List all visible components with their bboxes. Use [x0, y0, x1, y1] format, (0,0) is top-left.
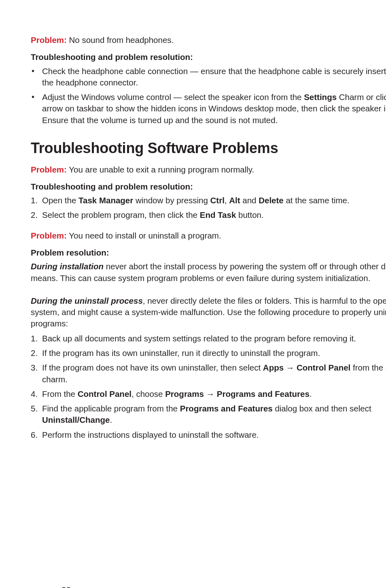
- list-item-body: Open the Task Manager window by pressing…: [42, 195, 386, 206]
- problem-line: Problem: No sound from headphones.: [31, 34, 386, 46]
- list-item-body: Adjust the Windows volume control — sele…: [42, 92, 386, 126]
- list-item-body: Perform the instructions displayed to un…: [42, 429, 386, 441]
- list-item: 6. Perform the instructions displayed to…: [31, 429, 386, 441]
- number-marker: 5.: [31, 403, 42, 414]
- number-marker: 1.: [31, 333, 42, 344]
- problem-line: Problem: You need to install or uninstal…: [31, 230, 386, 241]
- number-marker: 4.: [31, 388, 42, 400]
- list-item: 2. Select the problem program, then clic…: [31, 209, 386, 221]
- section-heading: Troubleshooting Software Problems: [31, 138, 386, 158]
- subheading: Troubleshooting and problem resolution:: [31, 51, 386, 63]
- number-marker: 3.: [31, 362, 42, 373]
- bullet-list: • Check the headphone cable connection —…: [31, 66, 386, 126]
- paragraph: During the uninstall process, never dire…: [31, 295, 386, 330]
- list-item: 1. Back up all documents and system sett…: [31, 333, 386, 344]
- list-item: 3. If the program does not have its own …: [31, 362, 386, 385]
- numbered-list: 1. Back up all documents and system sett…: [31, 333, 386, 441]
- list-item: 1. Open the Task Manager window by press…: [31, 195, 386, 206]
- problem-line: Problem: You are unable to exit a runnin…: [31, 164, 386, 175]
- list-item: • Adjust the Windows volume control — se…: [31, 92, 386, 126]
- bullet-icon: •: [31, 92, 42, 103]
- problem-label: Problem:: [31, 35, 67, 45]
- problem-text: You need to install or uninstall a progr…: [67, 231, 221, 240]
- list-item-body: From the Control Panel, choose Programs …: [42, 388, 386, 400]
- list-item: • Check the headphone cable connection —…: [31, 66, 386, 89]
- subheading: Troubleshooting and problem resolution:: [31, 181, 386, 192]
- list-item-body: Find the applicable program from the Pro…: [42, 403, 386, 426]
- list-item-body: Back up all documents and system setting…: [42, 333, 386, 344]
- problem-text: No sound from headphones.: [67, 35, 174, 45]
- number-marker: 2.: [31, 209, 42, 221]
- list-item-body: Select the problem program, then click t…: [42, 209, 386, 221]
- number-marker: 6.: [31, 429, 42, 441]
- subheading: Problem resolution:: [31, 247, 386, 258]
- numbered-list: 1. Open the Task Manager window by press…: [31, 195, 386, 221]
- page-footer: 32 User Guide: [62, 584, 107, 588]
- paragraph: During installation never abort the inst…: [31, 261, 386, 284]
- list-item-body: If the program has its own uninstaller, …: [42, 347, 386, 359]
- problem-text: You are unable to exit a running program…: [67, 165, 254, 174]
- list-item-body: If the program does not have its own uni…: [42, 362, 386, 385]
- bullet-icon: •: [31, 66, 42, 77]
- list-item-body: Check the headphone cable connection — e…: [42, 66, 386, 89]
- list-item: 4. From the Control Panel, choose Progra…: [31, 388, 386, 400]
- problem-label: Problem:: [31, 165, 67, 174]
- list-item: 5. Find the applicable program from the …: [31, 403, 386, 426]
- list-item: 2. If the program has its own uninstalle…: [31, 347, 386, 359]
- number-marker: 1.: [31, 195, 42, 206]
- number-marker: 2.: [31, 347, 42, 359]
- problem-label: Problem:: [31, 231, 67, 240]
- page-number: 32: [62, 584, 71, 588]
